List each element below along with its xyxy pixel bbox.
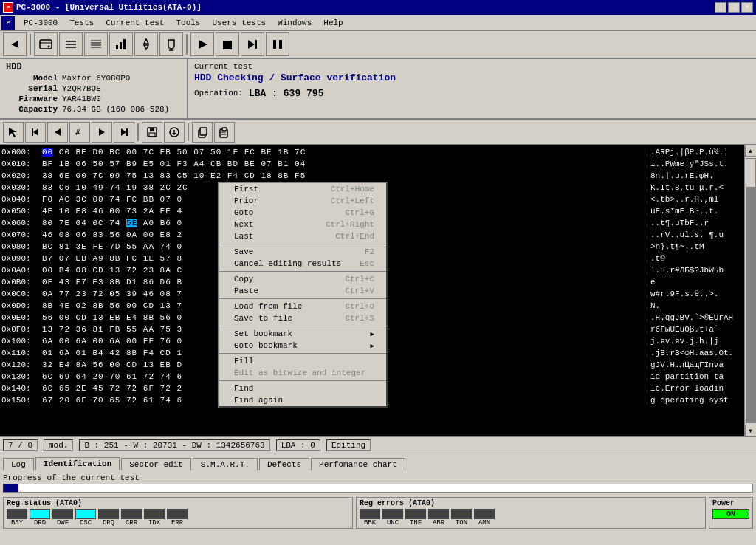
- bottom-tabs: Log Identification Sector edit S.M.A.R.T…: [0, 453, 756, 470]
- hex-addr: 0x060:: [1, 219, 42, 227]
- toolbar-arrow-btn[interactable]: [3, 32, 27, 56]
- toolbar-step-btn[interactable]: [241, 32, 264, 56]
- hex-copy-btn[interactable]: [192, 122, 213, 143]
- toolbar-list-btn[interactable]: [84, 32, 108, 56]
- submenu-arrow: [371, 329, 374, 338]
- tab-sector-edit[interactable]: Sector edit: [121, 458, 191, 470]
- hex-paste-btn[interactable]: [214, 122, 235, 143]
- toolbar-tool-btn[interactable]: [134, 32, 158, 56]
- hex-bytes[interactable]: 38 6E 00 7C 09 75 13 83 C5 10 E2 F4 CD 1…: [42, 171, 647, 180]
- scrollbar-track[interactable]: [746, 158, 756, 423]
- hex-bytes[interactable]: 00 C0 BE D0 BC 00 7C FB 50 07 50 1F FC B…: [42, 148, 647, 157]
- ctx-item-cancel-editing-results[interactable]: Cancel editing resultsEsc: [219, 258, 386, 270]
- reg-errors-item-unc: UNC: [382, 509, 403, 527]
- svg-marker-0: [11, 41, 18, 48]
- hex-ascii: w#r.9F.s.ё..>.: [647, 289, 743, 298]
- title-bar-controls[interactable]: _ □ ×: [715, 2, 753, 13]
- toolbar-pause-btn[interactable]: [266, 32, 289, 56]
- hex-addr: 0x100:: [1, 337, 42, 346]
- tab-log[interactable]: Log: [3, 458, 34, 470]
- hex-next-btn[interactable]: [92, 122, 112, 143]
- ctx-item-find[interactable]: Find: [219, 383, 386, 394]
- hex-load-btn[interactable]: [164, 122, 185, 143]
- progress-bar-container: [3, 484, 753, 493]
- tab-identification[interactable]: Identification: [35, 457, 120, 470]
- hex-save-btn[interactable]: [142, 122, 162, 143]
- toolbar-lines-btn[interactable]: [59, 32, 83, 56]
- ctx-shortcut: Ctrl+O: [345, 302, 374, 311]
- tab-performance[interactable]: Perfomance chart: [311, 458, 405, 470]
- ctx-item-paste[interactable]: PasteCtrl+V: [219, 285, 386, 297]
- toolbar-chart-btn[interactable]: [109, 32, 133, 56]
- hex-bytes[interactable]: BF 1B 06 50 57 B9 E5 01 F3 A4 CB BD BE 0…: [42, 160, 647, 168]
- hex-first-btn[interactable]: [25, 122, 46, 143]
- menu-tests[interactable]: Tests: [63, 17, 100, 29]
- ctx-item-next[interactable]: NextCtrl+Right: [219, 219, 386, 230]
- minimize-button[interactable]: _: [715, 2, 726, 13]
- toolbar-cup-btn[interactable]: [159, 32, 183, 56]
- toolbar-play-btn[interactable]: [190, 32, 214, 56]
- svg-marker-29: [99, 128, 105, 136]
- ctx-item-first[interactable]: FirstCtrl+Home: [219, 183, 386, 195]
- hex-addr: 0x0D0:: [1, 301, 42, 310]
- ctx-item-set-bookmark[interactable]: Set bookmark: [219, 328, 386, 340]
- ctx-item-prior[interactable]: PriorCtrl+Left: [219, 195, 386, 207]
- hex-last-btn[interactable]: [114, 122, 134, 143]
- hex-ascii: i..PWme.yªJSs.t.: [647, 160, 743, 168]
- ctx-item-copy[interactable]: CopyCtrl+C: [219, 273, 386, 285]
- ctx-item-find-again[interactable]: Find again: [219, 394, 386, 406]
- hex-prev-btn[interactable]: [47, 122, 68, 143]
- reg-label: DRQ: [103, 519, 114, 527]
- hex-ascii: .jB.rВ<φH.aas.Ot.: [647, 349, 743, 357]
- reg-errors-item-ton: TON: [451, 509, 472, 527]
- menu-bar: P PC-3000 Tests Current test Tools Users…: [0, 15, 756, 31]
- ctx-item-fill[interactable]: Fill: [219, 355, 386, 367]
- menu-tools[interactable]: Tools: [170, 17, 206, 29]
- restore-button[interactable]: □: [728, 2, 740, 13]
- svg-marker-24: [9, 128, 17, 137]
- scrollbar-thumb[interactable]: [746, 158, 756, 188]
- hex-scrollbar[interactable]: ▲ ▼: [744, 145, 756, 436]
- hex-line[interactable]: 0x020: 38 6E 00 7C 09 75 13 83 C5 10 E2 …: [1, 170, 743, 182]
- hex-line[interactable]: 0x010: BF 1B 06 50 57 B9 E5 01 F3 A4 CB …: [1, 158, 743, 170]
- close-button[interactable]: ×: [741, 2, 753, 13]
- hex-sector-btn[interactable]: #: [69, 122, 90, 143]
- tab-smart[interactable]: S.M.A.R.T.: [193, 458, 258, 470]
- svg-rect-33: [150, 128, 154, 131]
- tab-defects[interactable]: Defects: [259, 458, 309, 470]
- scrollbar-down-btn[interactable]: ▼: [745, 425, 757, 436]
- reg-label: IDX: [148, 519, 160, 527]
- ctx-label: Cancel editing results: [234, 259, 360, 268]
- current-test-panel: Current test HDD Checking / Surface veri…: [188, 59, 756, 118]
- toolbar-hdd-btn[interactable]: [34, 32, 58, 56]
- hex-addr: 0x140:: [1, 384, 42, 393]
- reg-light: [405, 509, 426, 519]
- ctx-item-last[interactable]: LastCtrl+End: [219, 230, 386, 242]
- ctx-separator: [219, 298, 386, 299]
- hdd-capacity-label: Capacity: [6, 105, 58, 114]
- ctx-item-save[interactable]: SaveF2: [219, 246, 386, 258]
- ctx-label: Fill: [234, 357, 374, 366]
- reg-errors-title: Reg errors (ATA0): [360, 499, 702, 507]
- hex-line[interactable]: 0x000: 00 C0 BE D0 BC 00 7C FB 50 07 50 …: [1, 146, 743, 158]
- ctx-item-load-from-file[interactable]: Load from fileCtrl+O: [219, 301, 386, 312]
- hex-ascii: >n}.t¶~..tM: [647, 242, 743, 251]
- menu-help[interactable]: Help: [317, 17, 348, 29]
- toolbar-sep-2: [186, 34, 188, 55]
- reg-errors-item-bbk: BBK: [360, 509, 380, 527]
- reg-light: [7, 509, 27, 519]
- menu-pc3000[interactable]: PC-3000: [18, 17, 63, 29]
- toolbar-stop-btn[interactable]: [216, 32, 239, 56]
- menu-current-test[interactable]: Current test: [100, 17, 170, 29]
- ctx-shortcut: Ctrl+Right: [326, 220, 374, 229]
- scrollbar-up-btn[interactable]: ▲: [745, 145, 757, 157]
- reg-label: CRR: [126, 519, 137, 527]
- hdd-section-label: HDD: [6, 62, 22, 72]
- ctx-item-goto[interactable]: GotoCtrl+G: [219, 207, 386, 219]
- hex-cursor-btn[interactable]: [3, 122, 24, 143]
- reg-label: TON: [456, 519, 467, 527]
- menu-windows[interactable]: Windows: [272, 17, 317, 29]
- ctx-item-goto-bookmark[interactable]: Goto bookmark: [219, 340, 386, 352]
- menu-users-tests[interactable]: Users tests: [206, 17, 272, 29]
- ctx-item-save-to-file[interactable]: Save to fileCtrl+S: [219, 312, 386, 324]
